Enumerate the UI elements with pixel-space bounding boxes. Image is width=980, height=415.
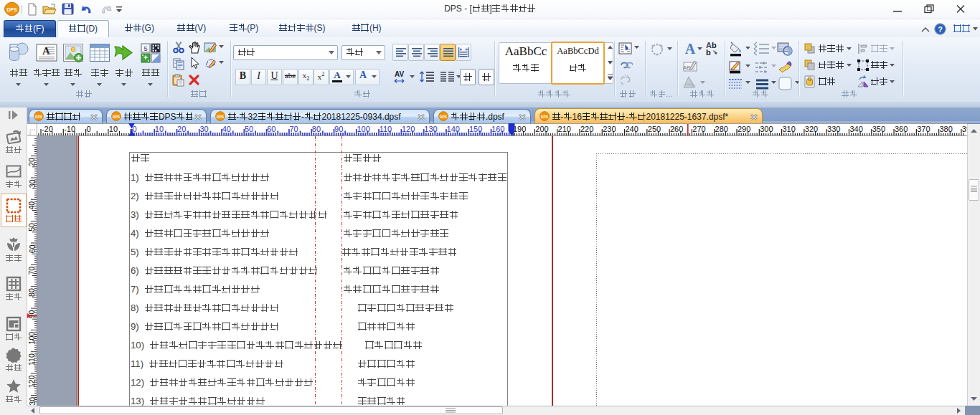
svg-text:190: 190 bbox=[513, 125, 526, 133]
svg-text:120: 120 bbox=[402, 125, 415, 133]
svg-text:40: 40 bbox=[222, 125, 231, 133]
svg-text:390: 390 bbox=[962, 125, 967, 133]
svg-text:330: 330 bbox=[827, 125, 840, 133]
svg-text:370: 370 bbox=[917, 125, 930, 133]
svg-text:160: 160 bbox=[491, 125, 504, 133]
svg-text:380: 380 bbox=[940, 125, 953, 133]
svg-text:360: 360 bbox=[895, 125, 908, 133]
svg-text:0: 0 bbox=[87, 125, 91, 133]
svg-text:100: 100 bbox=[357, 125, 369, 133]
svg-text:DPS: DPS bbox=[113, 115, 121, 119]
svg-text:130: 130 bbox=[424, 125, 437, 133]
svg-text:220: 220 bbox=[580, 125, 593, 133]
svg-text:90: 90 bbox=[334, 125, 343, 133]
svg-text:230: 230 bbox=[603, 125, 616, 133]
svg-text:50: 50 bbox=[245, 125, 253, 133]
svg-text:110: 110 bbox=[380, 125, 392, 133]
svg-text:5: 5 bbox=[143, 45, 147, 52]
svg-text:110: 110 bbox=[28, 353, 37, 366]
svg-text:100: 100 bbox=[28, 332, 37, 345]
svg-text:120: 120 bbox=[28, 375, 37, 388]
svg-text:320: 320 bbox=[805, 125, 818, 133]
svg-text:210: 210 bbox=[558, 125, 571, 133]
svg-text:?: ? bbox=[938, 25, 943, 34]
svg-text:240: 240 bbox=[626, 125, 639, 133]
svg-text:b: b bbox=[706, 48, 711, 57]
svg-text:DPS: DPS bbox=[35, 115, 43, 119]
svg-text:10: 10 bbox=[155, 125, 164, 133]
svg-text:280: 280 bbox=[715, 125, 728, 133]
svg-text:-20: -20 bbox=[42, 125, 53, 133]
svg-text:DPS: DPS bbox=[541, 115, 549, 119]
svg-text:290: 290 bbox=[738, 125, 750, 133]
svg-text:130: 130 bbox=[28, 397, 37, 406]
svg-text:80: 80 bbox=[312, 125, 321, 133]
svg-text:70: 70 bbox=[290, 125, 298, 133]
svg-text:AV: AV bbox=[395, 70, 404, 78]
svg-text:30: 30 bbox=[199, 125, 208, 133]
svg-text:140: 140 bbox=[447, 125, 460, 133]
svg-text:350: 350 bbox=[872, 125, 885, 133]
svg-text:250: 250 bbox=[648, 125, 661, 133]
svg-text:A: A bbox=[685, 41, 696, 57]
svg-text:300: 300 bbox=[760, 125, 773, 133]
svg-text:270: 270 bbox=[692, 125, 705, 133]
svg-text:DPS: DPS bbox=[440, 115, 448, 119]
svg-text:10: 10 bbox=[109, 125, 118, 133]
svg-text:A: A bbox=[42, 45, 50, 57]
svg-text:DPS: DPS bbox=[217, 115, 225, 119]
svg-text:310: 310 bbox=[783, 125, 796, 133]
svg-text:60: 60 bbox=[267, 125, 275, 133]
svg-text:200: 200 bbox=[535, 125, 548, 133]
svg-text:20: 20 bbox=[177, 125, 186, 133]
svg-text:260: 260 bbox=[670, 125, 683, 133]
svg-text:340: 340 bbox=[849, 125, 862, 133]
svg-text:b: b bbox=[712, 41, 717, 49]
svg-text:150: 150 bbox=[469, 125, 482, 133]
svg-text:-10: -10 bbox=[64, 125, 75, 133]
